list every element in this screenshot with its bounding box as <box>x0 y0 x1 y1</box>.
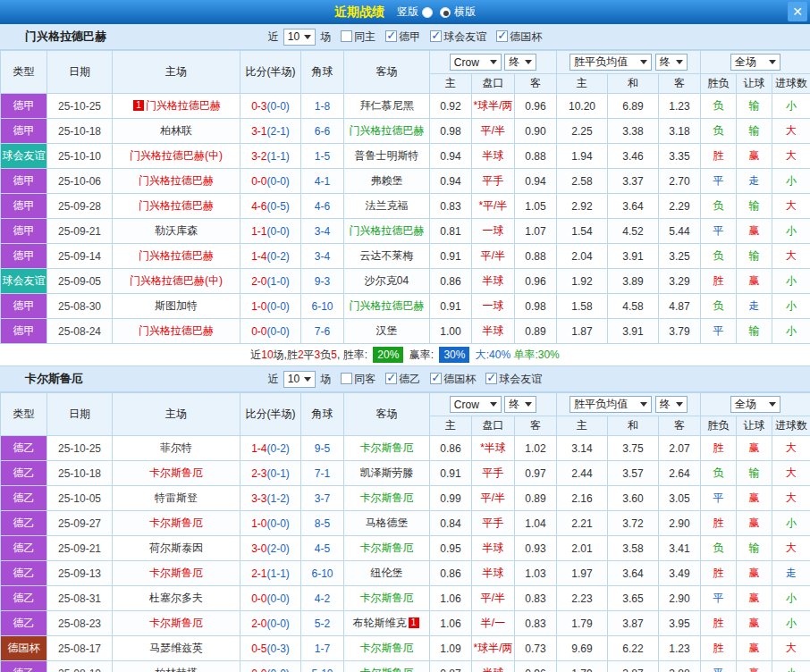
home-team-link[interactable]: 特雷斯登 <box>113 486 240 511</box>
home-team-link[interactable]: 卡尔斯鲁厄 <box>113 561 240 586</box>
bookmaker-dropdown[interactable]: Crow <box>450 396 502 413</box>
result-cell: 胜 <box>701 269 737 294</box>
away-team-link[interactable]: 凯泽斯劳滕 <box>344 461 430 486</box>
final-odds-dropdown[interactable]: 终 <box>504 54 536 71</box>
filter-german-cup[interactable]: 德国杯 <box>496 29 542 45</box>
col-result: 胜负 <box>701 74 737 94</box>
euro-draw-odds: 3.75 <box>608 436 659 461</box>
away-team-link[interactable]: 马格德堡 <box>344 511 430 536</box>
home-team-link[interactable]: 门兴格拉德巴赫(中) <box>113 269 240 294</box>
corners-cell: 4-2 <box>301 586 344 611</box>
handicap-result-cell: 输 <box>737 461 772 486</box>
home-team-link[interactable]: 1门兴格拉德巴赫 <box>113 94 240 119</box>
score-cell: 1-0(0-0) <box>240 294 301 319</box>
match-count-dropdown[interactable]: 10 <box>283 29 316 46</box>
corners-cell: 7-6 <box>301 319 344 344</box>
match-row: 德甲25-08-30斯图加特1-0(0-0)6-10门兴格拉德巴赫0.91一球0… <box>1 294 810 319</box>
checkbox-icon[interactable] <box>385 373 397 384</box>
away-team-link[interactable]: 卡尔斯鲁厄 <box>344 636 430 661</box>
away-team-link[interactable]: 拜仁慕尼黑 <box>344 94 430 119</box>
home-team-link[interactable]: 门兴格拉德巴赫 <box>113 169 240 194</box>
euro-home-odds: 1.94 <box>557 144 608 169</box>
asian-handicap: *半球 <box>472 436 515 461</box>
home-team-link[interactable]: 杜塞尔多夫 <box>113 586 240 611</box>
home-team-link[interactable]: 门兴格拉德巴赫 <box>113 194 240 219</box>
home-team-link[interactable]: 卡尔斯鲁厄 <box>113 511 240 536</box>
filter-club-friendly[interactable]: 球会友谊 <box>485 372 542 387</box>
away-team-link[interactable]: 布轮斯维克1 <box>344 611 430 636</box>
away-team-link[interactable]: 门兴格拉德巴赫 <box>344 294 430 319</box>
scope-dropdown[interactable]: 全场 <box>730 396 780 413</box>
scope-dropdown[interactable]: 全场 <box>730 54 780 71</box>
dropdown-value: 终 <box>509 397 519 412</box>
home-team-link[interactable]: 菲尔特 <box>113 436 240 461</box>
home-team-link[interactable]: 卡尔斯鲁厄 <box>113 461 240 486</box>
filter-league-bundesliga[interactable]: 德甲 <box>385 29 420 45</box>
home-team-link[interactable]: 马瑟维兹英 <box>113 636 240 661</box>
checkbox-icon[interactable] <box>496 30 508 42</box>
final-odds-dropdown[interactable]: 终 <box>655 54 688 71</box>
home-team-link[interactable]: 门兴格拉德巴赫(中) <box>113 144 240 169</box>
away-team-link[interactable]: 门兴格拉德巴赫 <box>344 219 430 244</box>
checkbox-icon[interactable] <box>430 373 442 384</box>
goals-result-cell: 大 <box>772 636 810 661</box>
close-icon[interactable]: ✕ <box>788 2 807 21</box>
checkbox-icon[interactable] <box>341 373 352 384</box>
corners-cell: 1-5 <box>301 144 344 169</box>
away-team-link[interactable]: 普鲁士明斯特 <box>344 144 430 169</box>
away-team-link[interactable]: 弗赖堡 <box>344 169 430 194</box>
layout-vertical-radio[interactable] <box>422 7 433 18</box>
away-team-link[interactable]: 卡尔斯鲁厄 <box>344 486 430 511</box>
col-result: 胜负 <box>701 416 737 436</box>
away-team-link[interactable]: 云达不莱梅 <box>344 244 430 269</box>
bookmaker-dropdown[interactable]: Crow <box>450 54 502 71</box>
away-team-link[interactable]: 纽伦堡 <box>344 561 430 586</box>
asian-away-odds: 0.88 <box>515 144 557 169</box>
filter-league-bundesliga2[interactable]: 德乙 <box>385 372 420 387</box>
away-team-link[interactable]: 卡尔斯鲁厄 <box>344 536 430 561</box>
home-team-link[interactable]: 柏林联 <box>113 119 240 144</box>
euro-draw-odds: 3.37 <box>608 169 659 194</box>
score-cell: 0-3(0-0) <box>240 94 301 119</box>
away-team-link[interactable]: 卡尔斯鲁厄 <box>344 436 430 461</box>
layout-horizontal-radio[interactable] <box>440 7 451 18</box>
away-team-link[interactable]: 门兴格拉德巴赫 <box>344 119 430 144</box>
final-odds-dropdown[interactable]: 终 <box>504 396 536 413</box>
wdl-average-dropdown[interactable]: 胜平负均值 <box>570 396 652 413</box>
home-team-link[interactable]: 柏林赫塔 <box>113 661 240 672</box>
euro-away-odds: 3.25 <box>659 244 701 269</box>
home-team-link[interactable]: 勒沃库森 <box>113 219 240 244</box>
checkbox-icon[interactable] <box>485 373 497 384</box>
final-odds-dropdown[interactable]: 终 <box>655 396 688 413</box>
match-count-dropdown[interactable]: 10 <box>283 371 316 388</box>
away-team-link[interactable]: 卡尔斯鲁厄 <box>344 586 430 611</box>
handicap-result-cell: 赢 <box>737 269 772 294</box>
filter-same-away[interactable]: 同客 <box>341 372 375 387</box>
chevron-down-icon <box>640 60 647 64</box>
home-team-link[interactable]: 门兴格拉德巴赫 <box>113 244 240 269</box>
asian-away-odds: 0.96 <box>515 661 557 672</box>
filter-same-home[interactable]: 同主 <box>341 29 375 45</box>
away-team-link[interactable]: 汉堡 <box>344 319 430 344</box>
wdl-average-dropdown[interactable]: 胜平负均值 <box>570 54 652 71</box>
corners-cell: 4-6 <box>301 194 344 219</box>
away-team-link[interactable]: 沙尔克04 <box>344 269 430 294</box>
dropdown-value: Crow <box>454 399 479 411</box>
home-team-link[interactable]: 卡尔斯鲁厄 <box>113 611 240 636</box>
dropdown-value: 终 <box>509 55 519 70</box>
home-team-link[interactable]: 斯图加特 <box>113 294 240 319</box>
checkbox-icon[interactable] <box>385 30 397 42</box>
checkbox-icon[interactable] <box>430 30 442 42</box>
titlebar: 近期战绩 竖版 横版 ✕ <box>0 0 810 24</box>
euro-home-odds: 1.92 <box>557 269 608 294</box>
home-team-link[interactable]: 荷尔斯泰因 <box>113 536 240 561</box>
match-date: 25-08-23 <box>47 611 113 636</box>
filter-german-cup[interactable]: 德国杯 <box>430 372 476 387</box>
home-team-link[interactable]: 门兴格拉德巴赫 <box>113 319 240 344</box>
filter-club-friendly[interactable]: 球会友谊 <box>430 29 486 45</box>
checkbox-icon[interactable] <box>341 30 352 42</box>
euro-away-odds: 3.88 <box>659 661 701 672</box>
away-team-link[interactable]: 法兰克福 <box>344 194 430 219</box>
away-team-link[interactable]: 卡尔斯鲁厄 <box>344 661 430 672</box>
handicap-result-cell: 走 <box>737 169 772 194</box>
